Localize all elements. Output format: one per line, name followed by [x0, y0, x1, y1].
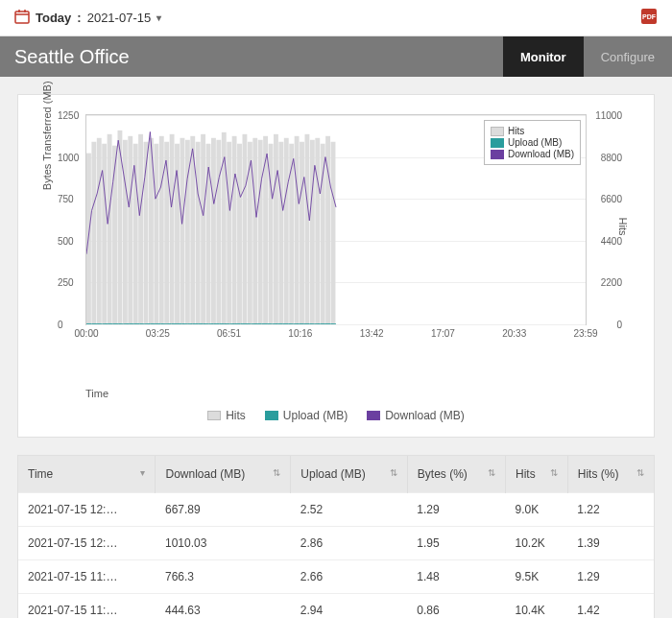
- topbar: Today: 2021-07-15 ▾ PDF: [0, 0, 672, 36]
- today-label: Today: [36, 11, 71, 25]
- chart-card: Bytes Transferred (MB) Hits Hits Upload …: [17, 94, 655, 438]
- col-2[interactable]: Upload (MB)⇅: [291, 456, 408, 493]
- col-1[interactable]: Download (MB)⇅: [156, 456, 291, 493]
- y-axis-left-label: Bytes Transferred (MB): [41, 81, 53, 190]
- table-row[interactable]: 2021-07-15 11:…444.632.940.8610.4K1.42: [18, 594, 654, 619]
- data-table: Time▾Download (MB)⇅Upload (MB)⇅Bytes (%)…: [17, 455, 655, 618]
- page-title: Seattle Office: [14, 46, 130, 68]
- content: Bytes Transferred (MB) Hits Hits Upload …: [0, 77, 672, 618]
- titlebar: Seattle Office Monitor Configure: [0, 36, 672, 77]
- table-body: 2021-07-15 12:…667.892.521.299.0K1.22202…: [18, 493, 654, 619]
- tab-monitor[interactable]: Monitor: [503, 36, 584, 77]
- legend-download: Download (MB): [508, 149, 574, 159]
- date-value: 2021-07-15: [87, 11, 152, 25]
- svg-text:PDF: PDF: [642, 13, 657, 20]
- legend-b-hits: Hits: [226, 409, 246, 422]
- legend-hits: Hits: [508, 126, 524, 136]
- chart: Bytes Transferred (MB) Hits Hits Upload …: [85, 114, 587, 364]
- svg-rect-0: [15, 12, 29, 23]
- table-row[interactable]: 2021-07-15 11:…766.32.661.489.5K1.29: [18, 560, 654, 594]
- chart-legend: Hits Upload (MB) Download (MB): [484, 120, 581, 165]
- col-4[interactable]: Hits⇅: [505, 456, 567, 493]
- table-header-row: Time▾Download (MB)⇅Upload (MB)⇅Bytes (%)…: [18, 456, 654, 493]
- legend-upload: Upload (MB): [508, 137, 562, 148]
- legend-b-download: Download (MB): [385, 409, 465, 422]
- table-row[interactable]: 2021-07-15 12:…1010.032.861.9510.2K1.39: [18, 527, 654, 560]
- pdf-export-icon[interactable]: PDF: [640, 8, 658, 28]
- legend-b-upload: Upload (MB): [283, 409, 348, 422]
- tabs: Monitor Configure: [503, 36, 672, 77]
- y-axis-right-label: Hits: [617, 218, 629, 236]
- x-axis-label: Time: [85, 388, 635, 399]
- chevron-down-icon: ▾: [156, 12, 161, 23]
- calendar-icon: [14, 9, 30, 27]
- table-row[interactable]: 2021-07-15 12:…667.892.521.299.0K1.22: [18, 493, 654, 527]
- tab-configure[interactable]: Configure: [584, 36, 672, 77]
- col-3[interactable]: Bytes (%)⇅: [407, 456, 505, 493]
- col-0[interactable]: Time▾: [18, 456, 156, 493]
- date-picker[interactable]: Today: 2021-07-15 ▾: [14, 9, 161, 27]
- plot-area: Hits Upload (MB) Download (MB) 002502200…: [85, 114, 587, 325]
- col-5[interactable]: Hits (%)⇅: [567, 456, 654, 493]
- chart-legend-bottom: Hits Upload (MB) Download (MB): [37, 409, 635, 422]
